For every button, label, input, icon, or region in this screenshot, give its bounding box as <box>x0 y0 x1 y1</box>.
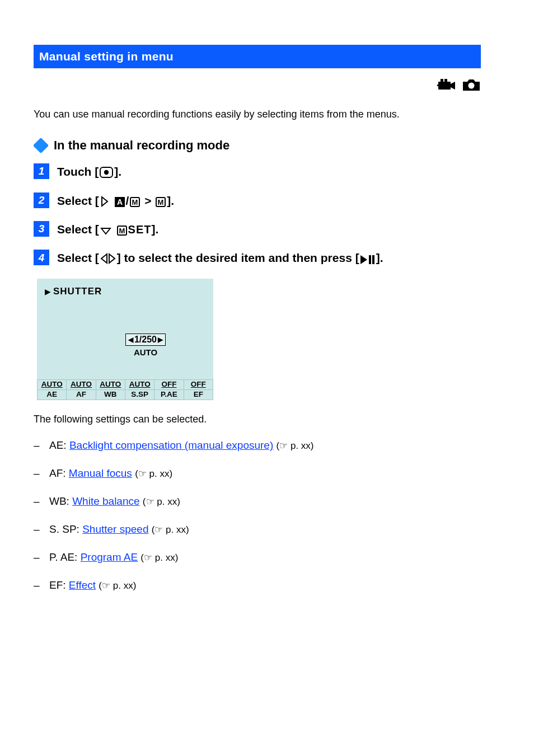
step-2-text-mid: > <box>144 194 154 207</box>
setting-label: WB: <box>49 495 72 507</box>
step-4-text-b: ]. <box>376 251 383 264</box>
page-ref: (☞ p. xx) <box>277 440 314 451</box>
step-number: 1 <box>34 163 49 179</box>
setting-link-pae[interactable]: Program AE <box>81 551 138 563</box>
bullet: – <box>34 438 49 453</box>
step-3: 3 Select [ M SET]. <box>34 221 481 237</box>
lcd-auto: AUTO <box>125 347 166 358</box>
m-box-outline-icon: M <box>117 226 127 236</box>
cell: WB <box>96 389 125 400</box>
setting-link-ssp[interactable]: Shutter speed <box>82 523 148 535</box>
cell: AUTO <box>67 379 96 389</box>
bullet: – <box>34 522 49 537</box>
svg-rect-0 <box>438 82 451 90</box>
lcd-screenshot: ▶ SHUTTER ◀ 1/250 ▶ AUTO AUTO AUTO AUTO … <box>37 279 213 400</box>
svg-rect-3 <box>437 84 439 86</box>
page-ref: (☞ p. xx) <box>152 524 189 535</box>
bullet: – <box>34 466 49 481</box>
list-item: – S. SP: Shutter speed (☞ p. xx) <box>34 522 481 537</box>
lcd-value: 1/250 <box>134 334 157 346</box>
m-box-outline-icon: M <box>156 197 166 207</box>
page-ref: (☞ p. xx) <box>99 580 136 591</box>
cell: EF <box>184 389 213 400</box>
svg-text:A: A <box>116 198 122 206</box>
page-ref: (☞ p. xx) <box>135 468 172 479</box>
m-box-outline-icon: M <box>130 197 140 207</box>
step-4: 4 Select [ ] to select the desired item … <box>34 250 481 266</box>
step-2-text-b: ]. <box>167 194 174 207</box>
setting-label: AE: <box>49 439 69 451</box>
cell: AUTO <box>38 379 67 389</box>
step-4-text-a: Select [ <box>57 251 99 264</box>
record-dot-icon <box>100 167 113 178</box>
list-item: – EF: Effect (☞ p. xx) <box>34 578 481 593</box>
photo-mode-icon <box>462 78 481 95</box>
setting-label: S. SP: <box>49 523 82 535</box>
cell: OFF <box>184 379 213 389</box>
svg-point-4 <box>469 83 475 89</box>
svg-text:M: M <box>158 198 164 206</box>
setting-link-ef[interactable]: Effect <box>69 579 96 591</box>
cell: AF <box>67 389 96 400</box>
svg-rect-16 <box>369 255 371 264</box>
cell: AE <box>38 389 67 400</box>
list-item: – AF: Manual focus (☞ p. xx) <box>34 466 481 481</box>
down-arrow-icon <box>100 227 111 236</box>
lcd-shutter-label: SHUTTER <box>53 285 102 298</box>
list-item: – WB: White balance (☞ p. xx) <box>34 494 481 509</box>
settings-lead: The following settings can be selected. <box>34 412 481 426</box>
svg-text:M: M <box>132 198 138 206</box>
step-3-text-b: ]. <box>151 223 158 236</box>
bullet: – <box>34 494 49 509</box>
step-number: 4 <box>34 250 49 265</box>
step-2: 2 Select [ A / M > M ]. <box>34 192 481 209</box>
setting-link-wb[interactable]: White balance <box>72 495 139 507</box>
setting-link-af[interactable]: Manual focus <box>69 467 132 479</box>
svg-rect-5 <box>34 138 48 153</box>
diamond-icon <box>34 138 48 153</box>
play-pause-icon <box>360 255 375 264</box>
section-header: Manual setting in menu <box>34 45 481 68</box>
step-number: 2 <box>34 192 49 208</box>
intro-text: You can use manual recording functions e… <box>34 107 481 121</box>
settings-list: – AE: Backlight compensation (manual exp… <box>34 438 481 593</box>
section-title: Manual setting in menu <box>39 49 174 64</box>
setting-label: P. AE: <box>49 551 81 563</box>
page-ref: (☞ p. xx) <box>140 552 178 563</box>
right-arrow-icon <box>100 196 109 207</box>
step-2-text-a: Select [ <box>57 194 99 207</box>
step-1-text-a: Touch [ <box>57 165 99 178</box>
svg-text:M: M <box>119 227 125 235</box>
cell: P.AE <box>154 389 184 400</box>
svg-rect-1 <box>441 79 443 82</box>
svg-point-7 <box>104 170 109 175</box>
lcd-table: AUTO AUTO AUTO AUTO OFF OFF AE AF WB S.S… <box>37 379 213 400</box>
set-text: SET <box>128 223 152 236</box>
step-number: 3 <box>34 221 49 237</box>
a-box-icon: A <box>115 197 125 207</box>
step-1-text-b: ]. <box>114 165 121 178</box>
step-4-text-mid: ] to select the desired item and then pr… <box>117 251 359 264</box>
svg-rect-2 <box>444 79 447 82</box>
list-item: – P. AE: Program AE (☞ p. xx) <box>34 550 481 565</box>
cell: AUTO <box>96 379 125 389</box>
list-item: – AE: Backlight compensation (manual exp… <box>34 438 481 453</box>
step-1: 1 Touch [ ]. <box>34 163 481 180</box>
cell: S.SP <box>125 389 154 400</box>
bullet: – <box>34 550 49 565</box>
cell: AUTO <box>125 379 154 389</box>
page-ref: (☞ p. xx) <box>143 496 180 507</box>
left-right-arrows-icon <box>100 253 116 264</box>
video-mode-icon <box>437 78 456 95</box>
left-caret-icon: ◀ <box>128 335 133 344</box>
bullet: – <box>34 578 49 593</box>
setting-label: AF: <box>49 467 69 479</box>
play-triangle-icon: ▶ <box>45 287 51 297</box>
setting-label: EF: <box>49 579 69 591</box>
svg-rect-17 <box>372 255 374 264</box>
cell: OFF <box>154 379 184 389</box>
lead-label: In the manual recording mode <box>54 137 229 154</box>
step-3-text-a: Select [ <box>57 223 99 236</box>
right-caret-icon: ▶ <box>158 335 163 344</box>
setting-link-ae[interactable]: Backlight compensation (manual exposure) <box>69 439 273 451</box>
